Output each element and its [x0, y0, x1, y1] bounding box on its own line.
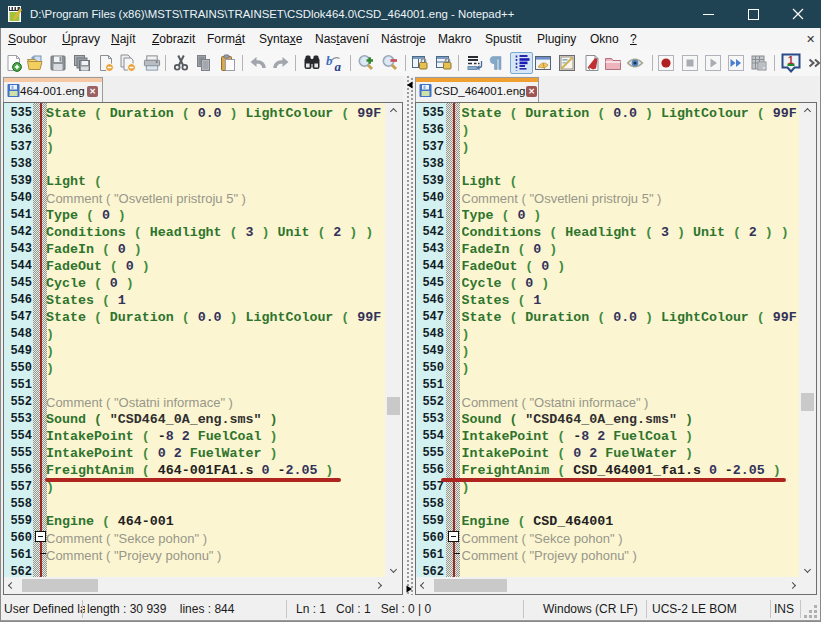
svg-text:1: 1 [788, 55, 794, 66]
svg-text:b: b [326, 54, 333, 68]
svg-text:a: a [335, 59, 342, 72]
